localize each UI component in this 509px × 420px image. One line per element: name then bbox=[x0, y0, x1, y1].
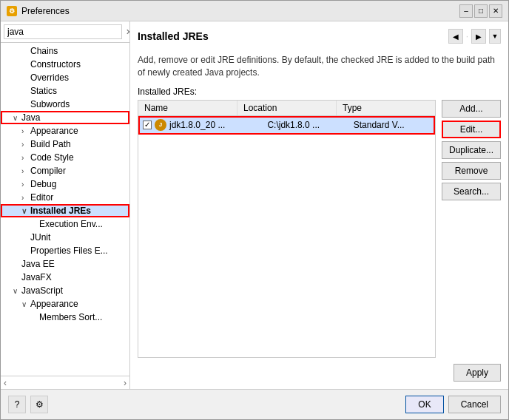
description-text: Add, remove or edit JRE definitions. By … bbox=[138, 54, 501, 79]
expand-icon: › bbox=[21, 127, 29, 135]
sidebar-item-java-ee[interactable]: Java EE bbox=[1, 257, 129, 271]
add-button[interactable]: Add... bbox=[442, 100, 501, 118]
titlebar-controls: – □ ✕ bbox=[459, 4, 502, 18]
remove-button[interactable]: Remove bbox=[442, 162, 501, 180]
sidebar-item-chains[interactable]: Chains bbox=[1, 44, 129, 58]
search-clear-icon[interactable]: ✕ bbox=[124, 27, 130, 38]
jre-name: jdk1.8.0_20 ... bbox=[169, 120, 225, 130]
sidebar-item-constructors[interactable]: Constructors bbox=[1, 58, 129, 71]
sidebar-item-properties-files[interactable]: Properties Files E... bbox=[1, 244, 129, 257]
jre-location-cell: C:\jdk1.8.0 ... bbox=[263, 117, 348, 133]
sidebar-item-installed-jres[interactable]: ∨ Installed JREs bbox=[1, 204, 129, 217]
sidebar-item-label: Overrides bbox=[30, 72, 69, 83]
expand-icon: › bbox=[21, 140, 29, 149]
preferences-window: ⚙ Preferences – □ ✕ ✕ Chains bbox=[0, 0, 509, 420]
sidebar-item-label: Editor bbox=[30, 192, 53, 203]
search-input[interactable] bbox=[4, 24, 122, 39]
close-button[interactable]: ✕ bbox=[489, 4, 502, 18]
sidebar-item-label: Statics bbox=[30, 86, 57, 96]
nav-back-button[interactable]: ◀ bbox=[448, 29, 463, 44]
sidebar-item-javascript[interactable]: ∨ JavaScript bbox=[1, 284, 129, 297]
sidebar-item-editor[interactable]: › Editor bbox=[1, 191, 129, 204]
expand-icon: › bbox=[21, 154, 29, 162]
scroll-left-icon[interactable]: ‹ bbox=[4, 378, 7, 388]
main-content: ✕ Chains Constructors Overrides Static bbox=[1, 21, 508, 389]
nav-bar: ◀ · ▶ ▼ bbox=[448, 29, 501, 44]
titlebar: ⚙ Preferences – □ ✕ bbox=[1, 1, 508, 21]
titlebar-left: ⚙ Preferences bbox=[7, 6, 70, 16]
jre-table-body: ✓ J jdk1.8.0_20 ... C:\jdk1.8.0 ... Stan… bbox=[138, 116, 435, 357]
jre-action-buttons: Add... Edit... Duplicate... Remove Searc… bbox=[442, 100, 501, 358]
col-header-location: Location bbox=[237, 101, 337, 115]
sidebar-item-label: Subwords bbox=[30, 99, 70, 109]
col-header-type: Type bbox=[337, 101, 435, 115]
jre-panel: Name Location Type ✓ J jdk1.8.0_20 ... bbox=[138, 100, 501, 358]
sidebar-item-overrides[interactable]: Overrides bbox=[1, 71, 129, 84]
sidebar-item-java[interactable]: ∨ Java bbox=[1, 111, 129, 124]
sidebar-item-label: Compiler bbox=[30, 166, 66, 176]
expand-icon: ∨ bbox=[21, 207, 29, 215]
sidebar-item-build-path[interactable]: › Build Path bbox=[1, 138, 129, 151]
duplicate-button[interactable]: Duplicate... bbox=[442, 141, 501, 159]
expand-icon: ∨ bbox=[13, 287, 20, 295]
apply-button[interactable]: Apply bbox=[454, 364, 501, 382]
nav-forward-button[interactable]: ▶ bbox=[471, 29, 486, 44]
installed-jres-label: Installed JREs: bbox=[138, 87, 501, 97]
sidebar-item-members-sort[interactable]: Members Sort... bbox=[1, 311, 129, 324]
sidebar-item-subwords[interactable]: Subwords bbox=[1, 98, 129, 111]
maximize-button[interactable]: □ bbox=[474, 4, 488, 18]
sidebar-item-label: Members Sort... bbox=[39, 312, 102, 322]
sidebar-item-statics[interactable]: Statics bbox=[1, 84, 129, 98]
sidebar-item-compiler[interactable]: › Compiler bbox=[1, 164, 129, 177]
sidebar-item-label: Appearance bbox=[30, 126, 78, 136]
sidebar-item-label: Java bbox=[21, 112, 40, 123]
sidebar-item-javafx[interactable]: JavaFX bbox=[1, 271, 129, 284]
sidebar-item-execution-env[interactable]: Execution Env... bbox=[1, 217, 129, 231]
sidebar-item-label: Code Style bbox=[30, 152, 74, 163]
tree-scroll-bottom: ‹ › bbox=[1, 376, 129, 389]
edit-button[interactable]: Edit... bbox=[442, 121, 501, 138]
search-bar: ✕ bbox=[1, 21, 129, 43]
jre-table: Name Location Type ✓ J jdk1.8.0_20 ... bbox=[138, 100, 436, 358]
main-panel-title: Installed JREs bbox=[138, 30, 209, 42]
jre-location: C:\jdk1.8.0 ... bbox=[267, 120, 320, 130]
window-icon: ⚙ bbox=[7, 6, 17, 16]
minimize-button[interactable]: – bbox=[459, 4, 473, 18]
preferences-icon: ⚙ bbox=[36, 399, 44, 410]
cancel-button[interactable]: Cancel bbox=[448, 396, 501, 413]
sidebar-item-label: JavaScript bbox=[21, 285, 63, 296]
ok-button[interactable]: OK bbox=[405, 396, 443, 413]
sidebar-item-code-style[interactable]: › Code Style bbox=[1, 151, 129, 164]
bottom-left-buttons: ? ⚙ bbox=[8, 396, 48, 413]
sidebar: ✕ Chains Constructors Overrides Static bbox=[1, 21, 130, 389]
sidebar-item-label: JUnit bbox=[30, 232, 50, 243]
jre-type: Standard V... bbox=[354, 120, 405, 130]
jre-checkbox[interactable]: ✓ bbox=[143, 121, 152, 129]
bottom-right-buttons: OK Cancel bbox=[405, 396, 501, 413]
preferences-button[interactable]: ⚙ bbox=[30, 396, 48, 413]
main-panel: Installed JREs ◀ · ▶ ▼ Add, remove or ed… bbox=[130, 21, 508, 389]
sidebar-item-label: JavaFX bbox=[21, 272, 52, 282]
sidebar-item-junit[interactable]: JUnit bbox=[1, 231, 129, 244]
expand-icon: ∨ bbox=[13, 114, 20, 122]
jre-type-cell: Standard V... bbox=[349, 117, 435, 133]
help-button[interactable]: ? bbox=[8, 396, 26, 413]
sidebar-item-label: Java EE bbox=[21, 259, 55, 269]
table-row[interactable]: ✓ J jdk1.8.0_20 ... C:\jdk1.8.0 ... Stan… bbox=[138, 116, 435, 135]
scroll-right-icon[interactable]: › bbox=[124, 378, 127, 388]
search-button[interactable]: Search... bbox=[442, 183, 501, 200]
expand-icon: › bbox=[21, 167, 29, 175]
sidebar-item-js-appearance[interactable]: ∨ Appearance bbox=[1, 297, 129, 311]
expand-icon: › bbox=[21, 180, 29, 189]
nav-dropdown-button[interactable]: ▼ bbox=[489, 29, 501, 44]
bottom-bar: ? ⚙ OK Cancel bbox=[1, 389, 508, 419]
sidebar-item-label: Appearance bbox=[30, 299, 78, 309]
help-icon: ? bbox=[15, 399, 20, 410]
expand-icon: ∨ bbox=[21, 300, 29, 308]
sidebar-item-label: Debug bbox=[30, 179, 56, 189]
col-header-name: Name bbox=[138, 101, 237, 115]
nav-sep: · bbox=[466, 31, 468, 41]
sidebar-item-debug[interactable]: › Debug bbox=[1, 177, 129, 191]
sidebar-item-label: Installed JREs bbox=[30, 206, 91, 216]
sidebar-item-appearance[interactable]: › Appearance bbox=[1, 124, 129, 138]
